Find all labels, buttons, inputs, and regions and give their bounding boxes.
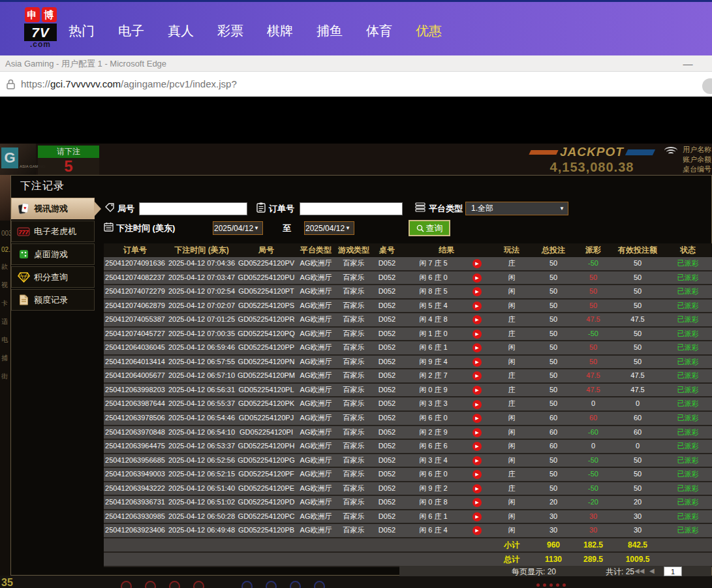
replay-play-icon[interactable]: ▶ xyxy=(472,414,482,423)
platform-select[interactable]: 1.全部 ▼ xyxy=(465,202,568,215)
platform-cell: AG欧洲厅 xyxy=(296,496,336,509)
replay-play-icon[interactable]: ▶ xyxy=(472,302,482,311)
valid-bet-cell: 50 xyxy=(613,468,662,481)
result-cell: 闲 9 庄 4 xyxy=(403,356,464,369)
platform-cell: AG欧洲厅 xyxy=(296,341,336,354)
play-type-cell: 闲 xyxy=(490,356,533,369)
jackpot-value: 4,153,080.38 xyxy=(530,160,654,175)
nav-item-5[interactable]: 捕鱼 xyxy=(317,22,343,40)
roadmap-dot xyxy=(193,581,204,588)
slots-icon: 777 xyxy=(17,225,30,238)
replay-play-icon[interactable]: ▶ xyxy=(472,259,482,268)
url-text[interactable]: https://gci.7vvvvvv.com/agingame/pcv1/in… xyxy=(21,72,237,97)
minimize-button[interactable]: — xyxy=(678,55,698,72)
replay-play-icon[interactable]: ▶ xyxy=(472,273,482,283)
replay-cell: ▶ xyxy=(464,341,490,354)
status-cell: 已派彩 xyxy=(662,482,712,495)
records-table: 订单号下注时间 (美东)局号平台类型游戏类型桌号结果玩法总投注派彩有效投注额状态… xyxy=(104,243,712,567)
round-input[interactable] xyxy=(139,202,247,215)
bet-cell: 50 xyxy=(533,313,574,326)
valid-bet-cell: 30 xyxy=(613,510,662,523)
sidebar-item-1[interactable]: 777电子老虎机 xyxy=(11,221,95,242)
url-bar[interactable]: https://gci.7vvvvvv.com/agingame/pcv1/in… xyxy=(0,72,712,97)
page-number-input[interactable] xyxy=(664,566,682,576)
result-cell: 闲 6 庄 0 xyxy=(403,271,464,285)
bet-cell: 50 xyxy=(533,369,574,382)
replay-cell: ▶ xyxy=(464,426,490,439)
table-cell: D052 xyxy=(371,482,403,495)
date-to-select[interactable]: 2025/04/12 ▼ xyxy=(304,221,354,235)
platform-filter-label: 平台类型 xyxy=(429,203,463,215)
bet-cell: 60 xyxy=(533,412,574,425)
screen: 申 博 7V .com 热门电子真人彩票棋牌捕鱼体育优惠 Asia Gaming… xyxy=(0,0,712,588)
bet-cell: 20 xyxy=(533,496,574,509)
logo-badge-1: 申 xyxy=(25,7,40,22)
replay-play-icon[interactable]: ▶ xyxy=(472,470,482,479)
round-cell: GD052254120PT xyxy=(237,285,296,298)
nav-item-0[interactable]: 热门 xyxy=(69,22,95,40)
url-domain: gci.7vvvvvv.com xyxy=(50,78,121,89)
replay-cell: ▶ xyxy=(464,285,490,298)
replay-play-icon[interactable]: ▶ xyxy=(472,386,482,395)
payout-cell: 0 xyxy=(574,440,613,453)
status-cell: 已派彩 xyxy=(662,468,712,481)
nav-item-6[interactable]: 体育 xyxy=(366,22,392,40)
replay-cell: ▶ xyxy=(464,300,490,313)
sidebar-item-3[interactable]: 积分查询 xyxy=(11,266,95,288)
nav-item-2[interactable]: 真人 xyxy=(168,22,194,40)
order-cell: 250412063930985 xyxy=(104,510,166,523)
valid-bet-cell: 47.5 xyxy=(613,384,662,397)
sidebar-item-2[interactable]: 桌面游戏 xyxy=(11,243,95,265)
search-button[interactable]: 查询 xyxy=(409,220,450,236)
play-type-cell: 闲 xyxy=(490,524,533,537)
replay-play-icon[interactable]: ▶ xyxy=(472,512,482,521)
table-row: 2504120740457272025-04-12 07:00:35GD0522… xyxy=(104,328,712,342)
nav-item-4[interactable]: 棋牌 xyxy=(267,22,293,40)
roadmap-dot xyxy=(169,581,180,588)
replay-play-icon[interactable]: ▶ xyxy=(472,330,482,339)
site-logo[interactable]: 申 博 7V .com xyxy=(14,7,67,49)
replay-cell: ▶ xyxy=(464,397,490,410)
replay-play-icon[interactable]: ▶ xyxy=(472,498,482,507)
replay-play-icon[interactable]: ▶ xyxy=(472,371,482,380)
table-cell: D052 xyxy=(371,524,403,537)
nav-item-3[interactable]: 彩票 xyxy=(217,22,243,40)
replay-cell: ▶ xyxy=(464,271,490,285)
nav-item-7[interactable]: 优惠 xyxy=(416,22,442,40)
table-cell: D052 xyxy=(371,426,403,439)
jackpot-wedge-right xyxy=(625,149,655,155)
prev-page-icon[interactable]: ◀ xyxy=(649,567,655,574)
replay-play-icon[interactable]: ▶ xyxy=(472,287,482,296)
replay-play-icon[interactable]: ▶ xyxy=(472,400,482,409)
replay-play-icon[interactable]: ▶ xyxy=(472,484,482,493)
first-page-icon[interactable]: ◀◀ xyxy=(634,567,644,574)
time-cell: 2025-04-12 06:52:15 xyxy=(166,468,237,481)
result-cell: 闲 3 庄 4 xyxy=(403,454,464,467)
status-cell: 已派彩 xyxy=(662,356,712,369)
replay-play-icon[interactable]: ▶ xyxy=(472,442,482,451)
chevron-down-icon: ▼ xyxy=(559,206,568,211)
play-type-cell: 闲 xyxy=(490,440,533,453)
bet-cell: 50 xyxy=(533,328,574,341)
time-filter-label: 下注时间 (美东) xyxy=(116,223,175,234)
subtotal-valid: 842.5 xyxy=(613,538,662,551)
replay-play-icon[interactable]: ▶ xyxy=(472,526,482,535)
sidebar-item-0[interactable]: ♥视讯游戏 xyxy=(11,198,95,219)
sidebar-item-4[interactable]: 额度记录 xyxy=(11,289,95,311)
platform-cell: AG欧洲厅 xyxy=(296,285,336,298)
table-row: 2504120740916362025-04-12 07:04:36GD0522… xyxy=(104,257,712,271)
game-cell: 百家乐 xyxy=(336,524,371,537)
table-cell: D052 xyxy=(371,328,403,341)
replay-play-icon[interactable]: ▶ xyxy=(472,428,482,437)
replay-play-icon[interactable]: ▶ xyxy=(472,358,482,367)
order-input[interactable] xyxy=(300,202,403,215)
replay-play-icon[interactable]: ▶ xyxy=(472,456,482,465)
column-header-1: 下注时间 (美东) xyxy=(166,243,237,257)
nav-item-1[interactable]: 电子 xyxy=(118,22,144,40)
modal-sidebar: ♥视讯游戏777电子老虎机桌面游戏积分查询额度记录 xyxy=(11,198,95,312)
replay-play-icon[interactable]: ▶ xyxy=(472,315,482,324)
platform-cell: AG欧洲厅 xyxy=(296,384,336,397)
date-from-select[interactable]: 2025/04/12 ▼ xyxy=(213,221,263,235)
replay-play-icon[interactable]: ▶ xyxy=(472,343,482,352)
platform-cell: AG欧洲厅 xyxy=(296,397,336,410)
